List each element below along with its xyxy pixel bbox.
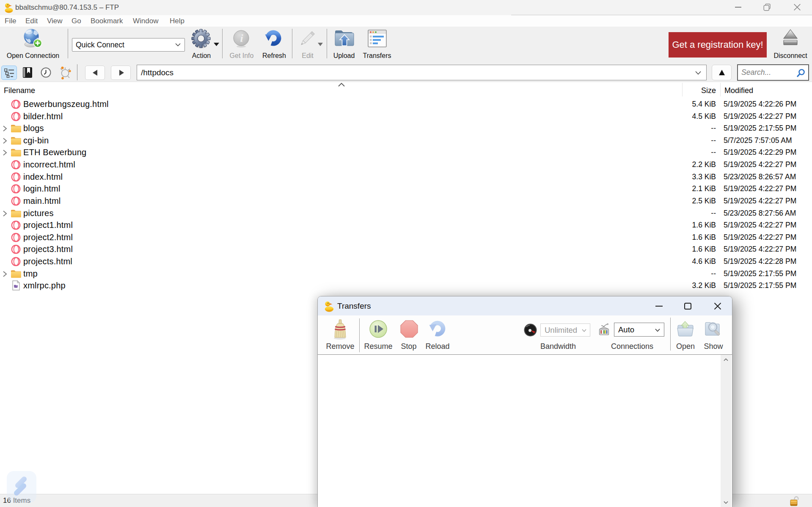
svg-text:i: i [240,32,243,44]
